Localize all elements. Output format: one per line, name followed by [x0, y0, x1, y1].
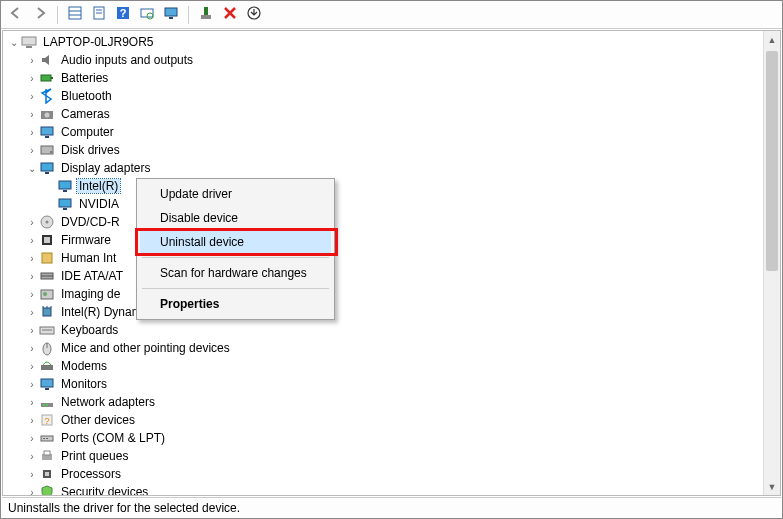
context-menu: Update driverDisable deviceUninstall dev… [136, 178, 335, 320]
chevron-right-icon[interactable]: › [25, 55, 39, 66]
tree-node[interactable]: ›Disk drives [3, 141, 763, 159]
cpu-icon [39, 466, 55, 482]
chevron-right-icon[interactable]: › [25, 91, 39, 102]
update-driver-button[interactable] [160, 4, 182, 26]
context-menu-item[interactable]: Properties [140, 292, 331, 316]
svg-rect-41 [43, 308, 51, 316]
chevron-right-icon[interactable]: › [25, 271, 39, 282]
vertical-scrollbar[interactable]: ▲ ▼ [763, 31, 780, 495]
chevron-right-icon[interactable]: › [25, 397, 39, 408]
tree-node[interactable]: ›IDE ATA/AT [3, 267, 763, 285]
show-hidden-button[interactable] [64, 4, 86, 26]
tree-node[interactable]: ›Monitors [3, 375, 763, 393]
printer-icon [39, 448, 55, 464]
add-legacy-button[interactable] [195, 4, 217, 26]
monitor-update-icon [164, 6, 178, 23]
chevron-down-icon[interactable]: ⌄ [25, 163, 39, 174]
scan-hardware-button[interactable] [136, 4, 158, 26]
tree-node[interactable]: ›Batteries [3, 69, 763, 87]
status-text: Uninstalls the driver for the selected d… [8, 501, 240, 515]
svg-rect-30 [59, 199, 71, 207]
tree-node[interactable]: ›Computer [3, 123, 763, 141]
context-menu-separator [142, 257, 329, 258]
svg-point-21 [45, 113, 50, 118]
svg-rect-0 [69, 7, 81, 19]
forward-button[interactable] [29, 4, 51, 26]
device-tree[interactable]: ⌄LAPTOP-0LJR9OR5›Audio inputs and output… [3, 31, 763, 495]
hid-icon [39, 250, 55, 266]
tree-node-label: Intel(R) [77, 179, 120, 193]
tree-node[interactable]: ›Intel(R) Dynamic Platform and Thermal F… [3, 303, 763, 321]
cdrom-icon [39, 214, 55, 230]
scroll-down-arrow-icon[interactable]: ▼ [764, 478, 780, 495]
tree-node[interactable]: ⌄Display adapters [3, 159, 763, 177]
tree-node[interactable]: ›Modems [3, 357, 763, 375]
chevron-right-icon[interactable]: › [25, 469, 39, 480]
add-hardware-icon [199, 6, 213, 23]
forward-arrow-icon [33, 6, 47, 23]
chevron-right-icon[interactable]: › [25, 307, 39, 318]
svg-rect-22 [41, 127, 53, 135]
context-menu-item[interactable]: Disable device [140, 206, 331, 230]
chevron-right-icon[interactable]: › [25, 127, 39, 138]
chevron-right-icon[interactable]: › [25, 73, 39, 84]
monitor-icon [39, 376, 55, 392]
svg-point-54 [46, 404, 48, 406]
svg-rect-17 [26, 46, 32, 48]
chevron-right-icon[interactable]: › [25, 361, 39, 372]
context-menu-item[interactable]: Uninstall device [140, 230, 331, 254]
chevron-right-icon[interactable]: › [25, 343, 39, 354]
chevron-right-icon[interactable]: › [25, 235, 39, 246]
context-menu-item[interactable]: Scan for hardware changes [140, 261, 331, 285]
scroll-up-arrow-icon[interactable]: ▲ [764, 31, 780, 48]
tree-node[interactable]: ›Firmware [3, 231, 763, 249]
help-icon: ? [116, 6, 130, 23]
svg-rect-50 [41, 379, 53, 387]
chevron-down-icon[interactable]: ⌄ [7, 37, 21, 48]
tree-node[interactable]: NVIDIA [3, 195, 763, 213]
tree-node[interactable]: ›Human Int [3, 249, 763, 267]
scrollbar-thumb[interactable] [766, 51, 778, 271]
tree-node[interactable]: ›DVD/CD-R [3, 213, 763, 231]
install-button[interactable] [243, 4, 265, 26]
chevron-right-icon[interactable]: › [25, 433, 39, 444]
tree-node[interactable]: ›Cameras [3, 105, 763, 123]
help-button[interactable]: ? [112, 4, 134, 26]
chevron-right-icon[interactable]: › [25, 253, 39, 264]
svg-rect-31 [63, 208, 67, 210]
tree-node[interactable]: ›Network adapters [3, 393, 763, 411]
svg-rect-35 [44, 237, 50, 243]
tree-node[interactable]: ›Bluetooth [3, 87, 763, 105]
chevron-right-icon[interactable]: › [25, 487, 39, 496]
tree-node[interactable]: Intel(R) [3, 177, 763, 195]
tree-node[interactable]: ›Audio inputs and outputs [3, 51, 763, 69]
tree-node[interactable]: ›Keyboards [3, 321, 763, 339]
chevron-right-icon[interactable]: › [25, 145, 39, 156]
tree-node[interactable]: ›?Other devices [3, 411, 763, 429]
chevron-right-icon[interactable]: › [25, 325, 39, 336]
back-button[interactable] [5, 4, 27, 26]
tree-node[interactable]: ›Print queues [3, 447, 763, 465]
display-icon [39, 160, 55, 176]
mouse-icon [39, 340, 55, 356]
tree-node[interactable]: ›Processors [3, 465, 763, 483]
chevron-right-icon[interactable]: › [25, 217, 39, 228]
camera-icon [39, 106, 55, 122]
tree-node[interactable]: ⌄LAPTOP-0LJR9OR5 [3, 33, 763, 51]
device-tree-pane: ⌄LAPTOP-0LJR9OR5›Audio inputs and output… [2, 30, 781, 496]
chip-icon [39, 304, 55, 320]
remove-device-button[interactable] [219, 4, 241, 26]
chevron-right-icon[interactable]: › [25, 289, 39, 300]
svg-rect-29 [63, 190, 67, 192]
tree-node[interactable]: ›Security devices [3, 483, 763, 495]
chevron-right-icon[interactable]: › [25, 415, 39, 426]
chevron-right-icon[interactable]: › [25, 379, 39, 390]
chevron-right-icon[interactable]: › [25, 451, 39, 462]
context-menu-item[interactable]: Update driver [140, 182, 331, 206]
properties-button[interactable] [88, 4, 110, 26]
chevron-right-icon[interactable]: › [25, 109, 39, 120]
ide-icon [39, 268, 55, 284]
tree-node[interactable]: ›Mice and other pointing devices [3, 339, 763, 357]
tree-node[interactable]: ›Ports (COM & LPT) [3, 429, 763, 447]
tree-node[interactable]: ›Imaging de [3, 285, 763, 303]
